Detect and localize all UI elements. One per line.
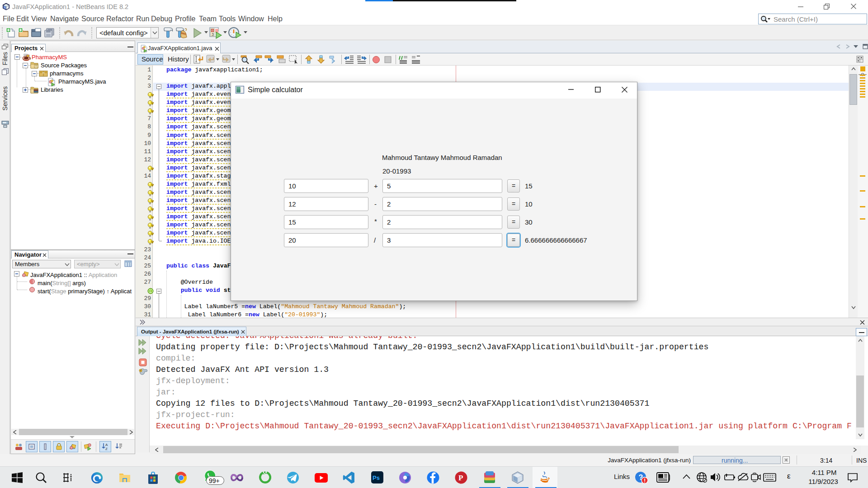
svg-text:A: A <box>105 443 108 447</box>
svg-text:Z: Z <box>105 447 108 451</box>
svg-text:Ps: Ps <box>373 474 380 481</box>
svg-text:3: 3 <box>212 32 214 37</box>
svg-text:P: P <box>458 474 463 482</box>
svg-text:I: I <box>150 289 151 294</box>
